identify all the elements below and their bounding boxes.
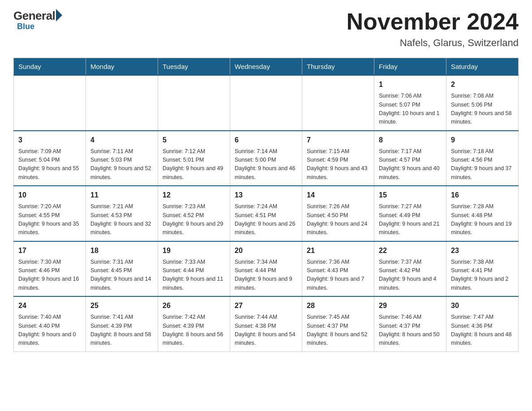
calendar-cell: 27Sunrise: 7:44 AM Sunset: 4:38 PM Dayli…: [230, 296, 302, 351]
calendar-cell: 19Sunrise: 7:33 AM Sunset: 4:44 PM Dayli…: [158, 241, 230, 297]
day-number: 23: [451, 245, 514, 256]
logo-triangle-icon: [56, 9, 62, 21]
calendar-cell: [158, 75, 230, 131]
day-info: Sunrise: 7:42 AM Sunset: 4:39 PM Dayligh…: [163, 313, 225, 348]
day-info: Sunrise: 7:17 AM Sunset: 4:57 PM Dayligh…: [379, 147, 442, 182]
day-number: 27: [235, 300, 297, 311]
day-info: Sunrise: 7:18 AM Sunset: 4:56 PM Dayligh…: [451, 147, 514, 182]
day-info: Sunrise: 7:41 AM Sunset: 4:39 PM Dayligh…: [90, 313, 153, 348]
day-number: 20: [235, 245, 297, 256]
calendar-cell: 14Sunrise: 7:26 AM Sunset: 4:50 PM Dayli…: [302, 186, 374, 241]
calendar-header-sunday: Sunday: [14, 58, 86, 76]
calendar-week-row: 17Sunrise: 7:30 AM Sunset: 4:46 PM Dayli…: [14, 241, 519, 297]
calendar-cell: 30Sunrise: 7:47 AM Sunset: 4:36 PM Dayli…: [446, 296, 519, 351]
day-number: 26: [163, 300, 225, 311]
calendar-cell: 29Sunrise: 7:46 AM Sunset: 4:37 PM Dayli…: [374, 296, 446, 351]
calendar-cell: 12Sunrise: 7:23 AM Sunset: 4:52 PM Dayli…: [158, 186, 230, 241]
calendar-cell: 2Sunrise: 7:08 AM Sunset: 5:06 PM Daylig…: [446, 75, 519, 131]
day-number: 29: [379, 300, 442, 311]
day-number: 25: [90, 300, 153, 311]
day-info: Sunrise: 7:09 AM Sunset: 5:04 PM Dayligh…: [18, 147, 81, 182]
calendar-cell: [302, 75, 374, 131]
day-info: Sunrise: 7:21 AM Sunset: 4:53 PM Dayligh…: [90, 202, 153, 237]
day-info: Sunrise: 7:31 AM Sunset: 4:45 PM Dayligh…: [90, 258, 153, 293]
calendar-cell: [86, 75, 158, 131]
day-number: 6: [235, 135, 297, 146]
day-info: Sunrise: 7:15 AM Sunset: 4:59 PM Dayligh…: [307, 147, 369, 182]
day-number: 11: [90, 190, 153, 201]
calendar-cell: 18Sunrise: 7:31 AM Sunset: 4:45 PM Dayli…: [86, 241, 158, 297]
day-info: Sunrise: 7:26 AM Sunset: 4:50 PM Dayligh…: [307, 202, 369, 237]
calendar-header-wednesday: Wednesday: [230, 58, 302, 76]
calendar-header-monday: Monday: [86, 58, 158, 76]
calendar-cell: 21Sunrise: 7:36 AM Sunset: 4:43 PM Dayli…: [302, 241, 374, 297]
day-number: 13: [235, 190, 297, 201]
day-info: Sunrise: 7:37 AM Sunset: 4:42 PM Dayligh…: [379, 258, 442, 293]
day-number: 8: [379, 135, 442, 146]
day-number: 30: [451, 300, 514, 311]
calendar-cell: 17Sunrise: 7:30 AM Sunset: 4:46 PM Dayli…: [14, 241, 86, 297]
calendar-cell: 7Sunrise: 7:15 AM Sunset: 4:59 PM Daylig…: [302, 131, 374, 186]
day-number: 3: [18, 135, 81, 146]
day-info: Sunrise: 7:47 AM Sunset: 4:36 PM Dayligh…: [451, 313, 514, 348]
calendar-cell: 23Sunrise: 7:38 AM Sunset: 4:41 PM Dayli…: [446, 241, 519, 297]
calendar-week-row: 10Sunrise: 7:20 AM Sunset: 4:55 PM Dayli…: [14, 186, 519, 241]
day-number: 7: [307, 135, 369, 146]
calendar-header-saturday: Saturday: [446, 58, 519, 76]
calendar-cell: 15Sunrise: 7:27 AM Sunset: 4:49 PM Dayli…: [374, 186, 446, 241]
day-info: Sunrise: 7:46 AM Sunset: 4:37 PM Dayligh…: [379, 313, 442, 348]
calendar-cell: 4Sunrise: 7:11 AM Sunset: 5:03 PM Daylig…: [86, 131, 158, 186]
day-info: Sunrise: 7:14 AM Sunset: 5:00 PM Dayligh…: [235, 147, 297, 182]
calendar-cell: 13Sunrise: 7:24 AM Sunset: 4:51 PM Dayli…: [230, 186, 302, 241]
day-info: Sunrise: 7:27 AM Sunset: 4:49 PM Dayligh…: [379, 202, 442, 237]
calendar-cell: 16Sunrise: 7:28 AM Sunset: 4:48 PM Dayli…: [446, 186, 519, 241]
calendar-cell: 1Sunrise: 7:06 AM Sunset: 5:07 PM Daylig…: [374, 75, 446, 131]
day-info: Sunrise: 7:33 AM Sunset: 4:44 PM Dayligh…: [163, 258, 225, 293]
day-number: 12: [163, 190, 225, 201]
day-info: Sunrise: 7:30 AM Sunset: 4:46 PM Dayligh…: [18, 258, 81, 293]
logo-general-text: General: [13, 9, 55, 23]
calendar-cell: 6Sunrise: 7:14 AM Sunset: 5:00 PM Daylig…: [230, 131, 302, 186]
calendar-cell: 28Sunrise: 7:45 AM Sunset: 4:37 PM Dayli…: [302, 296, 374, 351]
day-number: 21: [307, 245, 369, 256]
calendar-cell: 9Sunrise: 7:18 AM Sunset: 4:56 PM Daylig…: [446, 131, 519, 186]
calendar-cell: 10Sunrise: 7:20 AM Sunset: 4:55 PM Dayli…: [14, 186, 86, 241]
calendar-week-row: 24Sunrise: 7:40 AM Sunset: 4:40 PM Dayli…: [14, 296, 519, 351]
calendar-cell: 26Sunrise: 7:42 AM Sunset: 4:39 PM Dayli…: [158, 296, 230, 351]
day-number: 17: [18, 245, 81, 256]
day-info: Sunrise: 7:28 AM Sunset: 4:48 PM Dayligh…: [451, 202, 514, 237]
day-info: Sunrise: 7:24 AM Sunset: 4:51 PM Dayligh…: [235, 202, 297, 237]
logo: General Blue: [13, 9, 62, 31]
calendar-header-friday: Friday: [374, 58, 446, 76]
location-title: Nafels, Glarus, Switzerland: [347, 37, 519, 49]
calendar-cell: 3Sunrise: 7:09 AM Sunset: 5:04 PM Daylig…: [14, 131, 86, 186]
day-number: 19: [163, 245, 225, 256]
day-info: Sunrise: 7:06 AM Sunset: 5:07 PM Dayligh…: [379, 92, 442, 127]
calendar-cell: 11Sunrise: 7:21 AM Sunset: 4:53 PM Dayli…: [86, 186, 158, 241]
day-info: Sunrise: 7:44 AM Sunset: 4:38 PM Dayligh…: [235, 313, 297, 348]
calendar-cell: 22Sunrise: 7:37 AM Sunset: 4:42 PM Dayli…: [374, 241, 446, 297]
calendar-week-row: 1Sunrise: 7:06 AM Sunset: 5:07 PM Daylig…: [14, 75, 519, 131]
day-info: Sunrise: 7:40 AM Sunset: 4:40 PM Dayligh…: [18, 313, 81, 348]
day-number: 15: [379, 190, 442, 201]
day-info: Sunrise: 7:23 AM Sunset: 4:52 PM Dayligh…: [163, 202, 225, 237]
calendar-cell: [230, 75, 302, 131]
day-number: 10: [18, 190, 81, 201]
calendar-cell: [14, 75, 86, 131]
calendar-cell: 20Sunrise: 7:34 AM Sunset: 4:44 PM Dayli…: [230, 241, 302, 297]
day-number: 9: [451, 135, 514, 146]
calendar-header-row: SundayMondayTuesdayWednesdayThursdayFrid…: [14, 58, 519, 76]
day-number: 16: [451, 190, 514, 201]
day-number: 5: [163, 135, 225, 146]
calendar-cell: 25Sunrise: 7:41 AM Sunset: 4:39 PM Dayli…: [86, 296, 158, 351]
day-number: 22: [379, 245, 442, 256]
day-number: 1: [379, 79, 442, 90]
month-title: November 2024: [347, 9, 519, 34]
day-info: Sunrise: 7:08 AM Sunset: 5:06 PM Dayligh…: [451, 92, 514, 127]
day-info: Sunrise: 7:11 AM Sunset: 5:03 PM Dayligh…: [90, 147, 153, 182]
calendar-cell: 24Sunrise: 7:40 AM Sunset: 4:40 PM Dayli…: [14, 296, 86, 351]
day-info: Sunrise: 7:36 AM Sunset: 4:43 PM Dayligh…: [307, 258, 369, 293]
page-header: General Blue November 2024 Nafels, Glaru…: [13, 9, 519, 49]
day-number: 14: [307, 190, 369, 201]
title-section: November 2024 Nafels, Glarus, Switzerlan…: [347, 9, 519, 49]
